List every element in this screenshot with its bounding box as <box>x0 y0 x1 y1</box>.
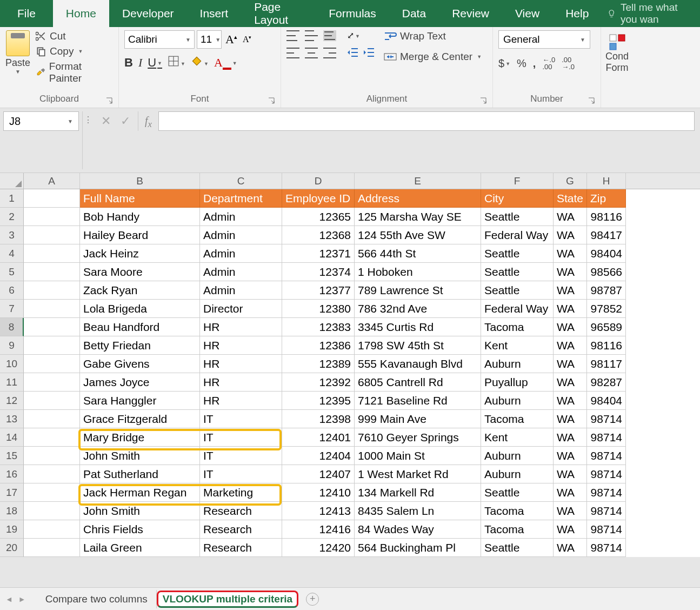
cell[interactable]: Tacoma <box>481 410 554 428</box>
cell[interactable]: 12410 <box>282 483 355 502</box>
number-format-select[interactable]: General▼ <box>498 30 590 49</box>
cell[interactable]: 98117 <box>587 355 626 373</box>
row-header[interactable]: 3 <box>0 226 24 244</box>
cell[interactable]: 98714 <box>587 428 626 447</box>
select-all-corner[interactable] <box>0 173 24 189</box>
cell[interactable]: Federal Way <box>481 226 554 244</box>
col-header[interactable]: H <box>587 173 626 189</box>
name-box[interactable]: J8▼ <box>3 111 79 131</box>
cell[interactable]: 98566 <box>587 263 626 281</box>
cell[interactable]: 98714 <box>587 465 626 483</box>
cell[interactable] <box>24 483 80 502</box>
cell[interactable]: 12368 <box>282 226 355 244</box>
cell[interactable]: Auburn <box>481 392 554 410</box>
cell[interactable]: 134 Markell Rd <box>355 483 481 502</box>
cell[interactable] <box>24 281 80 300</box>
cell[interactable]: 12386 <box>282 336 355 355</box>
align-bottom-button[interactable] <box>323 30 336 41</box>
cell[interactable]: WA <box>554 539 587 557</box>
dialog-launcher-icon[interactable] <box>268 97 275 104</box>
cell[interactable]: Tacoma <box>481 502 554 520</box>
cell[interactable]: Admin <box>200 263 282 281</box>
cell[interactable]: WA <box>554 447 587 465</box>
cell[interactable] <box>24 520 80 539</box>
tab-formulas[interactable]: Formulas <box>316 0 389 27</box>
tab-review[interactable]: Review <box>439 0 502 27</box>
row-header[interactable]: 4 <box>0 244 24 263</box>
increase-indent-button[interactable] <box>363 48 375 59</box>
merge-center-button[interactable]: Merge & Center▼ <box>384 51 482 63</box>
align-right-button[interactable] <box>323 48 336 58</box>
row-header[interactable]: 10 <box>0 355 24 373</box>
align-middle-button[interactable] <box>305 30 318 41</box>
row-header[interactable]: 16 <box>0 465 24 483</box>
row-header[interactable]: 17 <box>0 483 24 502</box>
tab-insert[interactable]: Insert <box>187 0 242 27</box>
cell[interactable]: 12392 <box>282 373 355 392</box>
sheet-tab-active[interactable]: VLOOKUP multiple criteria <box>157 591 298 608</box>
cell[interactable]: Pat Sutherland <box>80 465 200 483</box>
tab-page-layout[interactable]: Page Layout <box>241 0 316 27</box>
cancel-formula-button[interactable]: ✕ <box>101 114 111 128</box>
cell[interactable]: 8435 Salem Ln <box>355 502 481 520</box>
row-header[interactable]: 18 <box>0 502 24 520</box>
cell[interactable]: WA <box>554 355 587 373</box>
enter-formula-button[interactable]: ✓ <box>121 114 130 128</box>
cell[interactable]: 12416 <box>282 520 355 539</box>
cell[interactable]: Sara Hanggler <box>80 392 200 410</box>
cell[interactable]: Seattle <box>481 483 554 502</box>
row-header[interactable]: 12 <box>0 392 24 410</box>
cell[interactable]: 566 44th St <box>355 244 481 263</box>
cell[interactable]: 12374 <box>282 263 355 281</box>
cell[interactable] <box>24 447 80 465</box>
row-header[interactable]: 11 <box>0 373 24 392</box>
cell[interactable] <box>24 318 80 336</box>
tab-data[interactable]: Data <box>389 0 439 27</box>
cell[interactable]: Seattle <box>481 263 554 281</box>
cell[interactable] <box>24 373 80 392</box>
formula-input[interactable] <box>158 111 695 131</box>
cell[interactable]: 98714 <box>587 520 626 539</box>
row-header[interactable]: 1 <box>0 189 24 208</box>
underline-button[interactable]: U▼ <box>148 56 162 70</box>
cell[interactable] <box>24 465 80 483</box>
cell[interactable]: Seattle <box>481 244 554 263</box>
cell[interactable]: HR <box>200 373 282 392</box>
cell[interactable]: Jack Heinz <box>80 244 200 263</box>
cell[interactable] <box>24 539 80 557</box>
cell[interactable]: HR <box>200 336 282 355</box>
cell[interactable]: 7610 Geyer Springs <box>355 428 481 447</box>
cell[interactable]: 789 Lawrence St <box>355 281 481 300</box>
cell[interactable]: Address <box>355 189 481 208</box>
cell[interactable] <box>24 502 80 520</box>
cell[interactable]: Mary Bridge <box>80 428 200 447</box>
cell[interactable]: WA <box>554 318 587 336</box>
cell[interactable]: 3345 Curtis Rd <box>355 318 481 336</box>
cell[interactable]: Director <box>200 300 282 318</box>
cell[interactable]: Kent <box>481 336 554 355</box>
fx-icon[interactable]: fx <box>138 111 158 133</box>
cell[interactable]: 98404 <box>587 392 626 410</box>
worksheet-grid[interactable]: A B C D E F G H 1 Full Name Department E… <box>0 173 700 557</box>
cell[interactable]: 98417 <box>587 226 626 244</box>
cell[interactable]: 98714 <box>587 410 626 428</box>
col-header[interactable]: G <box>554 173 587 189</box>
cell[interactable]: Admin <box>200 226 282 244</box>
cell[interactable]: Seattle <box>481 281 554 300</box>
cell[interactable]: State <box>554 189 587 208</box>
row-header[interactable]: 15 <box>0 447 24 465</box>
row-header[interactable]: 9 <box>0 336 24 355</box>
cell[interactable]: IT <box>200 410 282 428</box>
col-header[interactable]: A <box>24 173 80 189</box>
cell[interactable] <box>24 428 80 447</box>
cell[interactable]: Admin <box>200 244 282 263</box>
align-center-button[interactable] <box>305 48 318 58</box>
cell[interactable]: IT <box>200 465 282 483</box>
cell[interactable]: 999 Main Ave <box>355 410 481 428</box>
cell[interactable]: Seattle <box>481 208 554 226</box>
cell[interactable]: WA <box>554 483 587 502</box>
cell[interactable]: 12398 <box>282 410 355 428</box>
cell[interactable]: 84 Wades Way <box>355 520 481 539</box>
italic-button[interactable]: I <box>138 56 142 70</box>
cell[interactable] <box>24 300 80 318</box>
